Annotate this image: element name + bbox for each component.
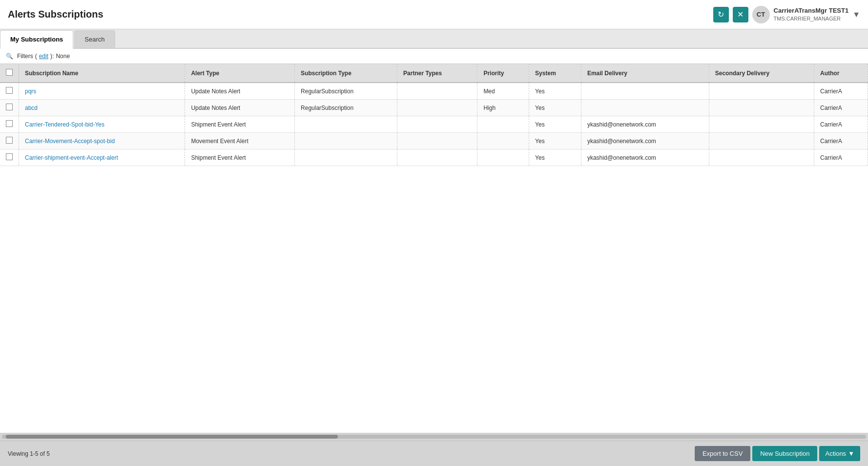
partner-types-cell — [397, 83, 477, 100]
tab-search[interactable]: Search — [74, 30, 115, 48]
author-cell: CarrierA — [814, 133, 868, 149]
partner-types-cell — [397, 116, 477, 133]
horizontal-scrollbar[interactable] — [0, 433, 868, 441]
col-email-delivery: Email Delivery — [581, 64, 709, 83]
user-info: CarrierATransMgr TEST1 TMS.CARRIER_MANAG… — [774, 7, 849, 22]
filters-edit-link[interactable]: edit — [39, 53, 48, 60]
author-cell: CarrierA — [814, 149, 868, 166]
subscription-name-cell: Carrier-Tendered-Spot-bid-Yes — [19, 116, 185, 133]
partner-types-cell — [397, 100, 477, 116]
row-checkbox-cell — [0, 149, 19, 166]
subscription-name-link[interactable]: Carrier-Movement-Accept-spot-bid — [25, 138, 115, 145]
table-container[interactable]: Subscription Name Alert Type Subscriptio… — [0, 64, 868, 433]
alert-type-cell: Update Notes Alert — [185, 83, 295, 100]
refresh-button[interactable]: ↻ — [713, 7, 729, 22]
email-delivery-cell: ykashid@onenetwork.com — [581, 133, 709, 149]
subscription-name-link[interactable]: Carrier-Tendered-Spot-bid-Yes — [25, 121, 104, 128]
user-menu-chevron[interactable]: ▼ — [852, 10, 860, 19]
col-secondary-delivery: Secondary Delivery — [709, 64, 814, 83]
partner-types-cell — [397, 133, 477, 149]
system-cell: Yes — [529, 116, 581, 133]
export-csv-button[interactable]: Export to CSV — [695, 446, 750, 461]
tab-my-subscriptions[interactable]: My Subscriptions — [0, 30, 73, 49]
table-row: Carrier-Tendered-Spot-bid-YesShipment Ev… — [0, 116, 868, 133]
email-delivery-cell: ykashid@onenetwork.com — [581, 149, 709, 166]
filters-paren-open: ( — [35, 53, 37, 60]
row-checkbox[interactable] — [6, 153, 13, 160]
system-cell: Yes — [529, 149, 581, 166]
subscription-type-cell: RegularSubscription — [295, 100, 397, 116]
subscription-name-link[interactable]: pqrs — [25, 88, 36, 95]
secondary-delivery-cell — [709, 83, 814, 100]
footer: Viewing 1-5 of 5 Export to CSV New Subsc… — [0, 441, 868, 466]
system-cell: Yes — [529, 133, 581, 149]
email-delivery-cell — [581, 100, 709, 116]
secondary-delivery-cell — [709, 149, 814, 166]
close-button[interactable]: ✕ — [733, 7, 748, 22]
user-name: CarrierATransMgr TEST1 — [774, 7, 849, 15]
col-author: Author — [814, 64, 868, 83]
secondary-delivery-cell — [709, 116, 814, 133]
actions-button[interactable]: Actions ▼ — [819, 446, 860, 461]
subscription-type-cell — [295, 133, 397, 149]
row-checkbox[interactable] — [6, 87, 13, 94]
row-checkbox-cell — [0, 83, 19, 100]
col-subscription-name: Subscription Name — [19, 64, 185, 83]
priority-cell: Med — [477, 83, 529, 100]
email-delivery-cell — [581, 83, 709, 100]
subscription-type-cell — [295, 116, 397, 133]
author-cell: CarrierA — [814, 100, 868, 116]
avatar: CT — [752, 6, 770, 23]
subscription-type-cell: RegularSubscription — [295, 83, 397, 100]
subscription-name-cell: Carrier-shipment-event-Accept-alert — [19, 149, 185, 166]
priority-cell — [477, 116, 529, 133]
col-system: System — [529, 64, 581, 83]
main-content: Subscription Name Alert Type Subscriptio… — [0, 64, 868, 441]
row-checkbox[interactable] — [6, 120, 13, 127]
search-icon: 🔍 — [6, 53, 13, 60]
col-priority: Priority — [477, 64, 529, 83]
filters-bar: 🔍 Filters ( edit ): None — [0, 49, 868, 64]
subscription-name-cell: abcd — [19, 100, 185, 116]
row-checkbox-cell — [0, 116, 19, 133]
select-all-checkbox[interactable] — [6, 69, 13, 76]
col-partner-types: Partner Types — [397, 64, 477, 83]
header-controls: ↻ ✕ CT CarrierATransMgr TEST1 TMS.CARRIE… — [713, 6, 860, 23]
footer-action-buttons: Export to CSV New Subscription Actions ▼ — [695, 446, 860, 461]
tabs-bar: My Subscriptions Search — [0, 29, 868, 49]
actions-label: Actions — [825, 450, 846, 457]
table-row: Carrier-Movement-Accept-spot-bidMovement… — [0, 133, 868, 149]
alert-type-cell: Movement Event Alert — [185, 133, 295, 149]
row-checkbox[interactable] — [6, 137, 13, 144]
priority-cell: High — [477, 100, 529, 116]
page-title: Alerts Subscriptions — [8, 9, 103, 20]
filters-label: Filters — [17, 53, 33, 60]
row-checkbox-cell — [0, 133, 19, 149]
subscriptions-table: Subscription Name Alert Type Subscriptio… — [0, 64, 868, 166]
col-checkbox — [0, 64, 19, 83]
priority-cell — [477, 133, 529, 149]
alert-type-cell: Shipment Event Alert — [185, 149, 295, 166]
alert-type-cell: Shipment Event Alert — [185, 116, 295, 133]
subscription-name-link[interactable]: Carrier-shipment-event-Accept-alert — [25, 154, 118, 161]
actions-chevron: ▼ — [848, 450, 854, 457]
col-subscription-type: Subscription Type — [295, 64, 397, 83]
table-row: Carrier-shipment-event-Accept-alertShipm… — [0, 149, 868, 166]
scrollbar-track — [2, 435, 866, 439]
user-role: TMS.CARRIER_MANAGER — [774, 15, 849, 22]
scrollbar-thumb — [6, 435, 338, 439]
new-subscription-button[interactable]: New Subscription — [752, 446, 817, 461]
subscription-name-cell: pqrs — [19, 83, 185, 100]
viewing-info: Viewing 1-5 of 5 — [8, 450, 50, 457]
secondary-delivery-cell — [709, 133, 814, 149]
row-checkbox[interactable] — [6, 104, 13, 110]
priority-cell — [477, 149, 529, 166]
app-header: Alerts Subscriptions ↻ ✕ CT CarrierATran… — [0, 0, 868, 29]
subscription-name-link[interactable]: abcd — [25, 105, 38, 111]
secondary-delivery-cell — [709, 100, 814, 116]
table-row: abcdUpdate Notes AlertRegularSubscriptio… — [0, 100, 868, 116]
subscription-type-cell — [295, 149, 397, 166]
author-cell: CarrierA — [814, 116, 868, 133]
partner-types-cell — [397, 149, 477, 166]
table-row: pqrsUpdate Notes AlertRegularSubscriptio… — [0, 83, 868, 100]
